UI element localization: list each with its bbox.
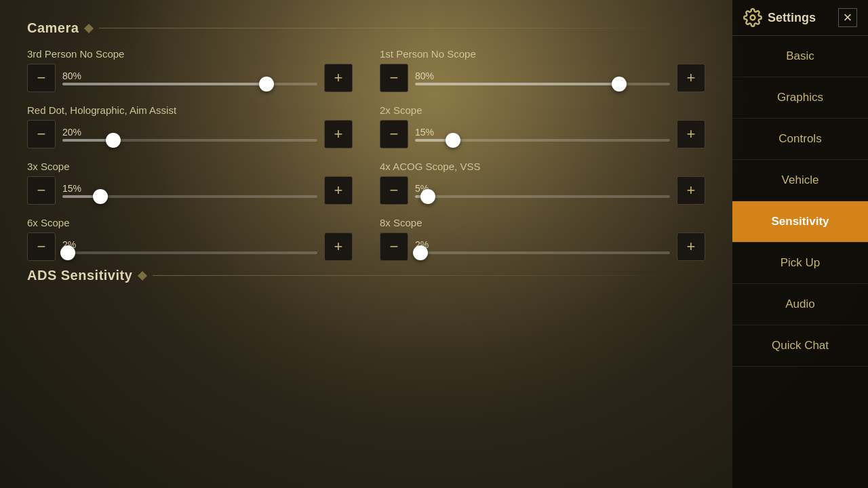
settings-title-row: Settings	[743, 8, 816, 27]
svg-point-0	[751, 16, 755, 20]
slider-group-4x: 4x ACOG Scope, VSS − 5% +	[380, 161, 705, 205]
settings-label: Settings	[768, 11, 816, 25]
slider-label-8x: 8x Scope	[380, 217, 705, 228]
increase-btn-3x[interactable]: +	[324, 176, 353, 205]
slider-value-6x: 2%	[62, 239, 317, 250]
slider-track-4x[interactable]	[415, 195, 670, 198]
slider-track-2x[interactable]	[415, 139, 670, 142]
slider-label-4x: 4x ACOG Scope, VSS	[380, 161, 705, 172]
slider-value-3rd-person: 80%	[62, 70, 317, 81]
slider-thumb-2x	[446, 133, 460, 148]
decrease-btn-6x[interactable]: −	[27, 232, 56, 261]
increase-btn-6x[interactable]: +	[324, 232, 353, 261]
decrease-btn-4x[interactable]: −	[380, 176, 408, 205]
slider-track-container-3x: 15%	[62, 183, 317, 198]
gear-icon	[743, 8, 762, 27]
sidebar-item-controls[interactable]: Controls	[732, 119, 868, 160]
slider-row-2x: − 15% +	[380, 120, 705, 148]
slider-track-container-red-dot: 20%	[62, 127, 317, 142]
slider-row-3rd-person: − 80% +	[27, 64, 353, 92]
slider-label-3x: 3x Scope	[27, 161, 353, 172]
ads-section: ADS Sensitivity	[27, 268, 705, 283]
slider-label-red-dot: Red Dot, Holographic, Aim Assist	[27, 104, 353, 116]
ads-diamond-icon	[138, 270, 147, 280]
camera-section-header: Camera	[27, 20, 705, 36]
camera-divider	[99, 28, 705, 28]
close-button[interactable]: ×	[838, 8, 857, 27]
decrease-btn-red-dot[interactable]: −	[27, 120, 56, 148]
slider-label-6x: 6x Scope	[27, 217, 353, 228]
sidebar-item-vehicle[interactable]: Vehicle	[732, 160, 868, 201]
sidebar: Settings × Basic Graphics Controls Vehic…	[732, 0, 868, 488]
slider-row-red-dot: − 20% +	[27, 120, 353, 148]
slider-group-3rd-person: 3rd Person No Scope − 80% +	[27, 48, 353, 92]
ads-divider	[153, 275, 705, 276]
slider-track-container-6x: 2%	[62, 239, 317, 254]
slider-row-8x: − 2% +	[380, 232, 705, 261]
sidebar-item-sensitivity[interactable]: Sensitivity	[732, 201, 868, 243]
slider-track-8x[interactable]	[415, 251, 670, 254]
sidebar-item-quickchat[interactable]: Quick Chat	[732, 325, 868, 367]
slider-group-1st-person: 1st Person No Scope − 80% +	[380, 48, 705, 92]
decrease-btn-8x[interactable]: −	[380, 232, 408, 261]
slider-label-1st-person: 1st Person No Scope	[380, 48, 705, 60]
decrease-btn-3x[interactable]: −	[27, 176, 56, 205]
increase-btn-1st-person[interactable]: +	[677, 64, 705, 92]
sidebar-item-graphics[interactable]: Graphics	[732, 77, 868, 119]
camera-title: Camera	[27, 20, 79, 36]
slider-track-container-2x: 15%	[415, 127, 670, 142]
decrease-btn-2x[interactable]: −	[380, 120, 408, 148]
decrease-btn-1st-person[interactable]: −	[380, 64, 408, 92]
camera-sliders-grid: 3rd Person No Scope − 80% + 1st Person N…	[27, 48, 705, 261]
slider-label-2x: 2x Scope	[380, 104, 705, 116]
increase-btn-red-dot[interactable]: +	[324, 120, 353, 148]
slider-value-red-dot: 20%	[62, 127, 317, 138]
slider-thumb-3x	[93, 189, 108, 204]
slider-track-3x[interactable]	[62, 195, 317, 198]
slider-thumb-4x	[420, 189, 435, 204]
camera-diamond-icon	[84, 23, 94, 33]
slider-thumb-red-dot	[106, 133, 121, 148]
slider-group-2x: 2x Scope − 15% +	[380, 104, 705, 148]
slider-thumb-3rd-person	[259, 77, 274, 92]
main-content: Camera 3rd Person No Scope − 80% + 1st P…	[0, 0, 732, 488]
slider-track-6x[interactable]	[62, 251, 317, 254]
slider-value-4x: 5%	[415, 183, 670, 194]
slider-track-1st-person[interactable]	[415, 83, 670, 85]
increase-btn-4x[interactable]: +	[677, 176, 705, 205]
slider-row-6x: − 2% +	[27, 232, 353, 261]
slider-track-container-1st-person: 80%	[415, 70, 670, 85]
slider-fill-1st-person	[415, 83, 619, 85]
slider-fill-3rd-person	[62, 83, 267, 85]
slider-track-container-4x: 5%	[415, 183, 670, 198]
slider-track-container-8x: 2%	[415, 239, 670, 254]
nav-items: Basic Graphics Controls Vehicle Sensitiv…	[732, 36, 868, 488]
ads-title: ADS Sensitivity	[27, 268, 132, 283]
sidebar-item-basic[interactable]: Basic	[732, 36, 868, 77]
increase-btn-2x[interactable]: +	[677, 120, 705, 148]
slider-track-container-3rd-person: 80%	[62, 70, 317, 85]
slider-row-4x: − 5% +	[380, 176, 705, 205]
slider-group-3x: 3x Scope − 15% +	[27, 161, 353, 205]
slider-value-1st-person: 80%	[415, 70, 670, 81]
slider-value-8x: 2%	[415, 239, 670, 250]
slider-thumb-6x	[60, 245, 75, 260]
ads-section-header: ADS Sensitivity	[27, 268, 705, 283]
slider-label-3rd-person: 3rd Person No Scope	[27, 48, 353, 60]
sidebar-header: Settings ×	[732, 0, 868, 36]
increase-btn-3rd-person[interactable]: +	[324, 64, 353, 92]
decrease-btn-3rd-person[interactable]: −	[27, 64, 56, 92]
slider-thumb-8x	[413, 245, 428, 260]
slider-track-red-dot[interactable]	[62, 139, 317, 142]
slider-group-6x: 6x Scope − 2% +	[27, 217, 353, 261]
slider-group-8x: 8x Scope − 2% +	[380, 217, 705, 261]
increase-btn-8x[interactable]: +	[677, 232, 705, 261]
sidebar-item-audio[interactable]: Audio	[732, 284, 868, 325]
slider-group-red-dot: Red Dot, Holographic, Aim Assist − 20% +	[27, 104, 353, 148]
slider-track-3rd-person[interactable]	[62, 83, 317, 85]
slider-row-1st-person: − 80% +	[380, 64, 705, 92]
sidebar-item-pickup[interactable]: Pick Up	[732, 243, 868, 284]
slider-row-3x: − 15% +	[27, 176, 353, 205]
slider-thumb-1st-person	[612, 77, 627, 92]
